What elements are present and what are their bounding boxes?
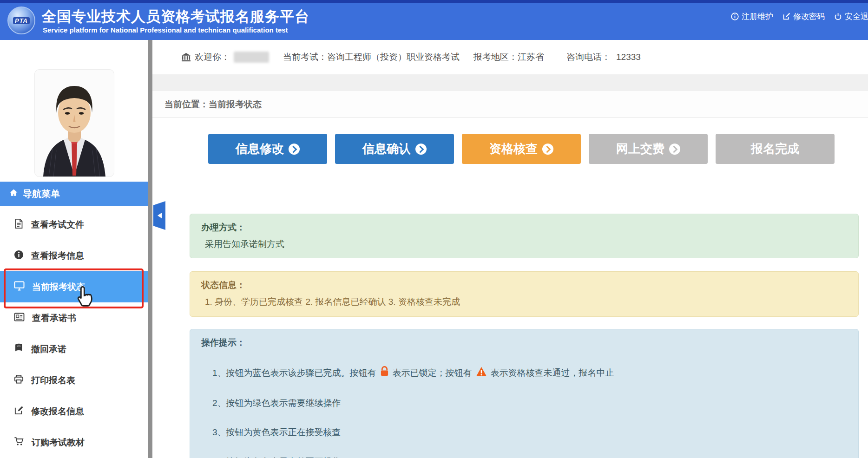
- edit-square-icon: [14, 406, 24, 418]
- method-title: 办理方式：: [201, 222, 847, 234]
- cart-icon: [14, 437, 24, 448]
- divider-band: [152, 74, 868, 91]
- page-subtitle: Service platform for National Profession…: [43, 26, 288, 34]
- bank-icon: [181, 52, 191, 62]
- platform-logo: PTA: [7, 7, 35, 34]
- logout-link[interactable]: 安全退出: [834, 11, 868, 22]
- sidebar-scrollbar[interactable]: [148, 40, 152, 458]
- main-content: 欢迎你： 当前考试： 咨询工程师（投资）职业资格考试 报考地区： 江苏省 咨询电…: [152, 40, 868, 458]
- progress-steps: 信息修改 信息确认 资格核查 网上交费 报名完成: [208, 134, 835, 164]
- info-circle-icon: [731, 13, 739, 20]
- nav-menu-header: 导航菜单: [0, 182, 148, 206]
- power-icon: [834, 13, 842, 20]
- step-registration-complete-button: 报名完成: [716, 134, 835, 164]
- edit-icon: [783, 13, 790, 20]
- sidebar-item-print-form[interactable]: 打印报名表: [0, 365, 148, 396]
- phone-label: 咨询电话：: [566, 51, 611, 63]
- tips-alert: 操作提示： 1、按钮为蓝色表示该步骤已完成。按钮有 表示已锁定；按钮有 表示资格…: [190, 329, 859, 458]
- tips-title: 操作提示：: [201, 337, 847, 349]
- page: PTA 全国专业技术人员资格考试报名服务平台 Service platform …: [0, 0, 868, 458]
- printer-icon: [14, 374, 24, 386]
- tip-line-4: 4、按钮为灰色表示当前不可操作: [201, 456, 847, 458]
- sidebar-collapse-tab[interactable]: [153, 201, 165, 230]
- sidebar-item-registration-info[interactable]: 查看报考信息: [0, 240, 148, 271]
- current-exam-label: 当前考试：: [283, 51, 327, 63]
- certificate-icon: [14, 313, 25, 324]
- chevron-circle-icon: [415, 144, 427, 155]
- breadcrumb: 当前位置：当前报考状态: [152, 91, 868, 118]
- sidebar-item-commitment-letter[interactable]: 查看承诺书: [0, 302, 148, 334]
- sidebar-item-exam-files[interactable]: 查看考试文件: [0, 209, 148, 240]
- app-header: PTA 全国专业技术人员资格考试报名服务平台 Service platform …: [0, 0, 868, 40]
- sidebar-item-edit-registration[interactable]: 修改报名信息: [0, 396, 148, 427]
- status-body: 1. 身份、学历已完成核查 2. 报名信息已经确认 3. 资格核查未完成: [201, 296, 847, 308]
- document-icon: [14, 219, 24, 231]
- chevron-circle-icon: [542, 144, 553, 155]
- step-info-confirm-button[interactable]: 信息确认: [335, 134, 454, 164]
- region-value: 江苏省: [518, 51, 544, 63]
- register-maintain-link[interactable]: 注册维护: [731, 11, 773, 22]
- step-info-modify-button[interactable]: 信息修改: [208, 134, 327, 164]
- step-online-payment-button: 网上交费: [589, 134, 708, 164]
- welcome-bar: 欢迎你： 当前考试： 咨询工程师（投资）职业资格考试 报考地区： 江苏省 咨询电…: [152, 40, 868, 74]
- method-body: 采用告知承诺制方式: [201, 238, 847, 250]
- status-alert: 状态信息： 1. 身份、学历已完成核查 2. 报名信息已经确认 3. 资格核查未…: [190, 271, 859, 317]
- sidebar-item-order-materials[interactable]: 订购考试教材: [0, 427, 148, 458]
- tip-line-1: 1、按钮为蓝色表示该步骤已完成。按钮有 表示已锁定；按钮有 表示资格核查未通过，…: [201, 366, 847, 380]
- info-circle-icon: [14, 250, 24, 262]
- header-links: 注册维护 修改密码 安全退出: [731, 11, 868, 22]
- page-title: 全国专业技术人员资格考试报名服务平台: [42, 7, 309, 26]
- tip-line-2: 2、按钮为绿色表示需要继续操作: [201, 397, 847, 409]
- phone-value: 12333: [616, 52, 641, 62]
- current-exam-value: 咨询工程师（投资）职业资格考试: [327, 51, 460, 63]
- sidebar-item-withdraw-commitment[interactable]: 撤回承诺: [0, 334, 148, 365]
- lock-icon: [380, 366, 389, 380]
- hand-cursor-icon: [75, 285, 95, 311]
- home-icon: [9, 188, 18, 199]
- welcome-label: 欢迎你：: [195, 51, 230, 63]
- change-password-link[interactable]: 修改密码: [783, 11, 825, 22]
- book-icon: [14, 343, 24, 355]
- chevron-left-icon: [155, 213, 162, 218]
- status-title: 状态信息：: [201, 279, 847, 291]
- region-label: 报考地区：: [473, 51, 518, 63]
- sidebar-item-current-status[interactable]: 当前报考状态: [0, 271, 148, 302]
- applicant-photo: [35, 70, 114, 177]
- logo-text: PTA: [13, 17, 30, 24]
- monitor-icon: [14, 281, 25, 293]
- warning-triangle-icon: [476, 366, 487, 380]
- tip-line-3: 3、按钮为黄色表示正在接受核查: [201, 426, 847, 438]
- step-qualification-check-button[interactable]: 资格核查: [462, 134, 581, 164]
- chevron-circle-icon: [669, 144, 680, 155]
- chevron-circle-icon: [289, 144, 300, 155]
- method-alert: 办理方式： 采用告知承诺制方式: [190, 214, 859, 258]
- welcome-name-redacted: [234, 52, 269, 63]
- sidebar: 导航菜单 查看考试文件 查看报考信息 当前报考状态: [0, 40, 148, 458]
- nav-list: 查看考试文件 查看报考信息 当前报考状态 查看承诺书: [0, 209, 148, 458]
